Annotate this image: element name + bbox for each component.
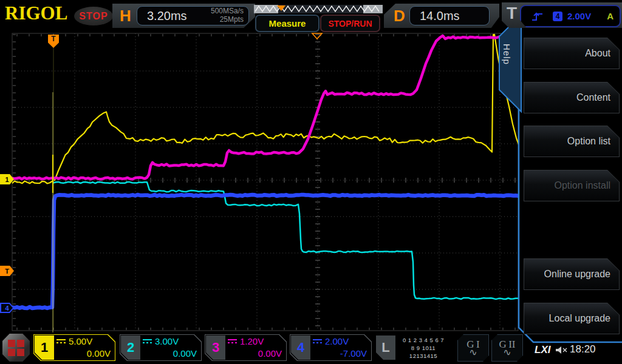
trigger-label: T bbox=[507, 4, 517, 23]
menu-item-label: Option install bbox=[555, 170, 611, 201]
lxi-logo: LXI bbox=[535, 344, 550, 356]
channel-scale: 2.00V bbox=[325, 335, 349, 348]
trigger-source-badge: 4 bbox=[553, 12, 562, 21]
coupling-dc-icon bbox=[228, 339, 237, 344]
channel-offset: 0.00V bbox=[56, 348, 111, 360]
trigger-slope-icon bbox=[531, 10, 544, 22]
menu-item-option-install: Option install bbox=[524, 170, 620, 201]
channel-4-badge[interactable]: 4 2.00V -7.00V bbox=[290, 334, 372, 361]
channel-offset: 0.00V bbox=[143, 348, 197, 360]
menu-item-option-list[interactable]: Option list bbox=[524, 126, 620, 157]
channel-2-badge[interactable]: 2 3.00V 0.00V bbox=[120, 334, 202, 361]
navigation-menu-icon[interactable] bbox=[2, 334, 30, 362]
horizontal-label: H bbox=[120, 4, 131, 28]
channel-scale: 5.00V bbox=[69, 335, 92, 348]
trigger-level-value: 2.00V bbox=[567, 11, 591, 21]
menu-item-label: Local upgrade bbox=[549, 303, 610, 334]
coupling-dc-icon bbox=[56, 339, 66, 344]
trigger-mode: A bbox=[607, 11, 613, 21]
logic-row-1: 0 1 2 3 4 5 6 7 bbox=[397, 336, 450, 344]
speaker-muted-icon bbox=[555, 346, 569, 355]
logic-row-2: 8 9 1011 12131415 bbox=[397, 344, 450, 360]
memory-position-bar[interactable] bbox=[254, 4, 383, 14]
channel-scale: 1.20V bbox=[240, 335, 264, 348]
run-state-badge: STOP bbox=[74, 7, 113, 25]
delay-label: D bbox=[394, 4, 405, 28]
clock: 18:20 bbox=[570, 343, 596, 356]
channel-3-badge[interactable]: 3 1.20V 0.00V bbox=[205, 334, 287, 361]
coupling-dc-icon bbox=[313, 339, 322, 344]
memory-depth: 25Mpts bbox=[211, 16, 244, 24]
channel-offset: -7.00V bbox=[313, 348, 367, 360]
menu-item-about[interactable]: About bbox=[524, 38, 620, 69]
delay-value: 14.0ms bbox=[410, 9, 460, 23]
channel-scale: 3.00V bbox=[155, 335, 179, 348]
oscilloscope-screen: T 1 T 4 Help About Content Option list O… bbox=[0, 0, 622, 364]
stop-run-button[interactable]: STOP/RUN bbox=[320, 15, 380, 32]
channel-offset: 0.00V bbox=[228, 348, 282, 360]
menu-item-label: Option list bbox=[567, 126, 610, 157]
sine-icon: ∿ bbox=[469, 348, 477, 357]
menu-item-online-upgrade[interactable]: Online upgrade bbox=[524, 258, 620, 290]
horizontal-panel[interactable]: H 3.20ms 500MSa/s 25Mpts bbox=[112, 4, 255, 28]
menu-item-label: Content bbox=[576, 82, 610, 113]
generator-1-badge[interactable]: G I ∿ bbox=[457, 334, 489, 362]
logic-channels-badge[interactable]: L 0 1 2 3 4 5 6 7 8 9 1011 12131415 bbox=[375, 334, 453, 361]
generator-2-badge[interactable]: G II ∿ bbox=[491, 334, 523, 362]
measure-button[interactable]: Measure bbox=[255, 15, 320, 32]
channel-1-badge[interactable]: 1 5.00V 0.00V bbox=[33, 334, 115, 361]
sine-icon: ∿ bbox=[503, 348, 511, 357]
delay-panel[interactable]: D 14.0ms bbox=[384, 4, 499, 28]
trigger-panel[interactable]: 4 2.00V A bbox=[520, 5, 621, 27]
menu-tab-help[interactable]: Help bbox=[502, 44, 512, 65]
coupling-dc-icon bbox=[143, 339, 152, 344]
sample-rate: 500MSa/s bbox=[211, 7, 244, 16]
rigol-logo: RIGOL bbox=[5, 2, 67, 24]
menu-item-label: About bbox=[585, 38, 610, 69]
menu-item-label: Online upgrade bbox=[544, 258, 610, 290]
menu-item-local-upgrade[interactable]: Local upgrade bbox=[524, 303, 620, 334]
menu-item-content[interactable]: Content bbox=[524, 82, 620, 113]
timebase-value: 3.20ms bbox=[137, 9, 187, 23]
